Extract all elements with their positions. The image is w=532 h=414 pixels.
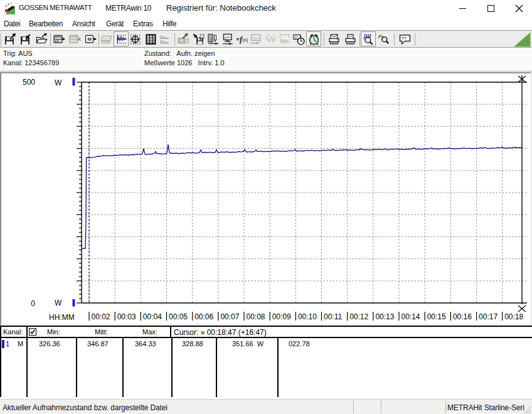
svg-text:00:06: 00:06: [194, 312, 213, 321]
svg-text:W: W: [55, 299, 62, 307]
svg-text:321: 321: [55, 37, 60, 40]
svg-text:00:16: 00:16: [453, 312, 472, 321]
svg-text:00:18: 00:18: [504, 312, 523, 321]
svg-text:(x): (x): [242, 37, 248, 43]
svg-text:?!?: ?!?: [401, 36, 407, 40]
svg-text:00:07: 00:07: [220, 312, 239, 321]
svg-text:321: 321: [253, 36, 260, 41]
svg-text:00:09: 00:09: [272, 312, 291, 321]
svg-text:321: 321: [71, 37, 76, 40]
svg-text:00:11: 00:11: [324, 312, 342, 321]
svg-text:1257: 1257: [102, 37, 110, 41]
svg-text:00:14: 00:14: [402, 312, 420, 321]
svg-text:00:10: 00:10: [298, 312, 317, 321]
svg-text:=: =: [236, 36, 239, 43]
svg-text:0: 0: [31, 299, 35, 308]
svg-text:00:02: 00:02: [92, 312, 110, 321]
svg-text:00:05: 00:05: [169, 312, 188, 321]
svg-text:00:13: 00:13: [375, 312, 394, 321]
svg-text:HH:MM: HH:MM: [49, 313, 75, 322]
svg-text:W: W: [55, 78, 62, 87]
svg-text:00:17: 00:17: [479, 312, 497, 321]
svg-text:00:08: 00:08: [247, 312, 265, 321]
svg-text:00:12: 00:12: [349, 312, 368, 321]
svg-text:00:04: 00:04: [143, 312, 162, 321]
svg-text:500: 500: [23, 78, 35, 87]
svg-text:00:03: 00:03: [117, 312, 136, 321]
svg-text:M: M: [87, 36, 92, 42]
svg-text:00:15: 00:15: [427, 312, 446, 321]
